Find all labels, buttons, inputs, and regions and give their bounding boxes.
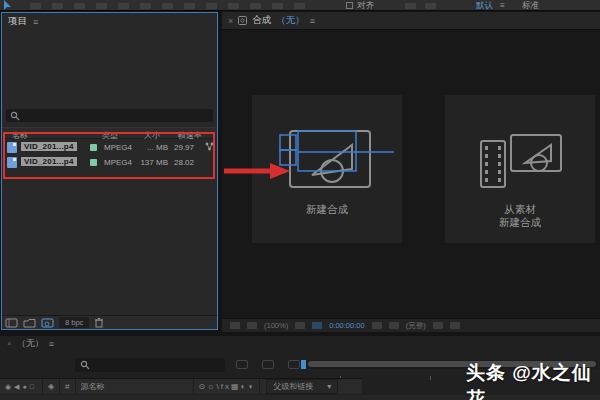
hand-tool-icon[interactable] — [30, 3, 41, 9]
rotate-tool-icon[interactable] — [74, 3, 85, 9]
search-icon — [10, 111, 20, 121]
after-effects-window: 对齐 默认 ≡ 标准 项目 ≡ 名称 类型 大小 帧速率 VID_201...p… — [0, 0, 600, 400]
parent-link-label: 父级和链接 — [273, 381, 313, 392]
composition-viewer: 新建合成 — [222, 30, 600, 318]
composition-tab-state: （无） — [276, 14, 305, 27]
selection-tool-icon[interactable] — [4, 0, 12, 10]
from-footage-label-line2: 新建合成 — [499, 216, 541, 228]
brush-tool-icon[interactable] — [206, 3, 217, 9]
parent-link-column[interactable]: 父级和链接 ▾ — [266, 379, 338, 394]
always-preview-icon[interactable] — [230, 322, 240, 329]
timeline-search-input[interactable] — [75, 358, 225, 372]
source-name-column[interactable]: 源名称 — [76, 379, 194, 394]
panel-menu-icon[interactable]: ≡ — [33, 17, 38, 27]
workspace-standard[interactable]: 标准 — [522, 0, 539, 11]
timeline-column-headers: ◉◀●□ ◈ # 源名称 ⊙☼\fx▦◐◑ 父级和链接 ▾ — [0, 378, 362, 394]
hide-shy-layers-icon[interactable] — [288, 360, 300, 369]
project-panel: 项目 ≡ 名称 类型 大小 帧速率 VID_201...p4 MPEG4 ...… — [1, 12, 218, 330]
interpret-footage-icon[interactable] — [5, 318, 18, 328]
roi-icon[interactable] — [433, 322, 443, 329]
composition-mini-flowchart-icon[interactable] — [236, 360, 248, 369]
composition-tab-label: 合成 — [252, 14, 271, 27]
new-folder-icon[interactable] — [23, 318, 36, 328]
trash-icon[interactable] — [94, 317, 104, 328]
pen-tool-icon[interactable] — [162, 3, 173, 9]
snap-icon[interactable] — [425, 3, 436, 9]
layer-number-column: # — [60, 379, 75, 394]
magnification-icon[interactable] — [247, 322, 257, 329]
watermark-text: 头条 @水之仙花 — [466, 360, 600, 400]
layer-switches-icons: ⊙☼\fx▦◐◑ — [194, 379, 261, 394]
tools-toolbar: 对齐 默认 ≡ 标准 — [0, 0, 600, 11]
composition-panel-tab[interactable]: × 合成 （无） ≡ — [222, 12, 600, 30]
project-search-input[interactable] — [6, 109, 213, 122]
timeline-view-options — [236, 360, 300, 369]
project-panel-tab[interactable]: 项目 ≡ — [2, 13, 217, 30]
align-icon[interactable] — [346, 2, 353, 9]
clone-stamp-tool-icon[interactable] — [228, 3, 239, 9]
layer-toggles-icons: ◉◀●□ — [0, 379, 43, 394]
roto-brush-tool-icon[interactable] — [272, 3, 283, 9]
draft-3d-icon[interactable] — [262, 360, 274, 369]
annotation-highlight-box — [3, 132, 215, 179]
close-icon[interactable]: × — [228, 16, 233, 26]
new-composition-from-footage-card[interactable]: 从素材 新建合成 — [445, 95, 595, 243]
annotation-arrow — [222, 160, 294, 182]
timeline-tab-label: （无） — [17, 337, 44, 350]
from-footage-label: 从素材 新建合成 — [445, 203, 595, 229]
composition-panel: × 合成 （无） ≡ — [222, 12, 600, 332]
resolution-select[interactable]: (完整) — [406, 321, 426, 331]
text-tool-icon[interactable] — [184, 3, 195, 9]
mask-tool-icon[interactable] — [405, 3, 416, 9]
timeline-panel-tab[interactable]: × （无） ≡ — [0, 336, 600, 351]
zoom-level[interactable]: (100%) — [264, 321, 288, 330]
workspace-menu-icon[interactable]: ≡ — [500, 0, 505, 11]
label-column-icon: ◈ — [43, 379, 60, 394]
composition-icon — [238, 16, 247, 25]
new-composition-label: 新建合成 — [252, 203, 402, 216]
align-label[interactable]: 对齐 — [357, 0, 374, 11]
from-footage-card-icon — [465, 123, 575, 199]
search-icon — [80, 360, 90, 370]
project-tab-label: 项目 — [8, 15, 27, 28]
mask-visibility-icon[interactable] — [312, 322, 322, 329]
new-composition-icon[interactable] — [41, 318, 54, 328]
panel-menu-icon[interactable]: ≡ — [310, 16, 315, 26]
from-footage-label-line1: 从素材 — [504, 203, 536, 215]
current-time[interactable]: 0:00:00:00 — [329, 321, 364, 330]
composition-footer-toolbar: (100%) 0:00:00:00 (完整) — [222, 318, 600, 332]
playhead[interactable] — [301, 360, 306, 369]
ruler-tick — [430, 376, 431, 380]
project-panel-footer: 8 bpc — [2, 315, 217, 329]
zoom-tool-icon[interactable] — [52, 3, 63, 9]
transparency-grid-icon[interactable] — [450, 322, 460, 329]
color-depth-button[interactable]: 8 bpc — [59, 317, 89, 328]
channels-icon[interactable] — [389, 322, 399, 329]
puppet-tool-icon[interactable] — [294, 3, 305, 9]
pan-behind-tool-icon[interactable] — [118, 3, 129, 9]
chevron-down-icon: ▾ — [327, 382, 331, 391]
camera-tool-icon[interactable] — [96, 3, 107, 9]
eraser-tool-icon[interactable] — [250, 3, 261, 9]
workspace-default[interactable]: 默认 — [476, 0, 493, 11]
close-icon[interactable]: × — [7, 339, 12, 348]
panel-menu-icon[interactable]: ≡ — [49, 339, 54, 349]
grid-guides-icon[interactable] — [295, 322, 305, 329]
shape-tool-icon[interactable] — [140, 3, 151, 9]
snapshot-icon[interactable] — [372, 322, 382, 329]
